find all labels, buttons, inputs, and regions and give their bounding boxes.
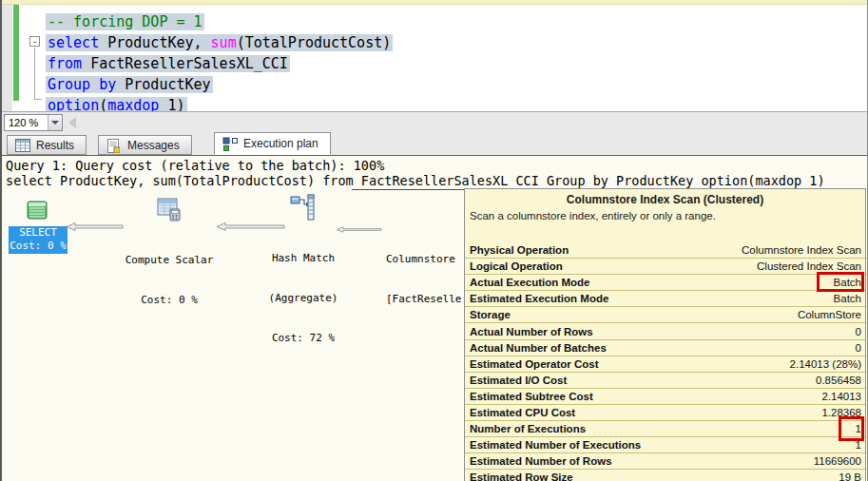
tooltip-row-value: ColumnStore	[798, 309, 861, 320]
tooltip-row-label: Estimated Operator Cost	[470, 358, 598, 370]
messages-icon	[106, 139, 122, 152]
tooltip-row-label: Actual Number of Batches	[470, 342, 607, 354]
tooltip-row-4: Estimated Execution ModeBatch	[465, 291, 865, 307]
code-line-2[interactable]: select ProductKey, sum(TotalProductCost)	[46, 33, 393, 54]
tooltip-row-value: 0.856458	[816, 375, 861, 386]
tab-execution-plan-label: Execution plan	[243, 137, 318, 150]
tooltip-row-8: Estimated Operator Cost2.14013 (28%)	[465, 356, 865, 373]
outline-guide-line	[34, 48, 42, 100]
tooltip-row-label: Estimated I/O Cost	[470, 375, 567, 386]
plan-node-hash-match-label: Hash Match	[246, 252, 360, 265]
tooltip-description: Scan a columnstore index, entirely or on…	[470, 210, 716, 221]
tab-messages[interactable]: Messages	[98, 135, 192, 155]
plan-node-hash-match-cost: Cost: 72 %	[246, 332, 360, 345]
zoom-level-value: 120 %	[9, 117, 38, 128]
execution-plan-icon	[222, 137, 238, 150]
code-token: select	[48, 34, 99, 51]
tooltip-row-value: 2.14013 (28%)	[790, 358, 861, 370]
tooltip-row-7: Actual Number of Batches0	[465, 340, 865, 356]
hash-match-icon	[290, 194, 317, 225]
tooltip-row-value: 19 B	[839, 471, 861, 481]
collapse-toggle-icon[interactable]: -	[29, 36, 40, 47]
tooltip-row-label: Estimated Subtree Cost	[470, 391, 593, 402]
plan-node-compute-scalar-cost: Cost: 0 %	[112, 294, 226, 307]
code-token: (TotalProductCost)	[237, 34, 392, 51]
operator-tooltip: Columnstore Index Scan (Clustered) Scan …	[464, 188, 866, 481]
code-token: ProductKey	[116, 76, 210, 93]
tab-execution-plan[interactable]: Execution plan	[214, 132, 331, 155]
select-result-icon	[27, 200, 48, 224]
tab-results-label: Results	[36, 139, 74, 152]
tooltip-row-6: Actual Number of Rows0	[465, 323, 865, 339]
combo-dropdown-button[interactable]	[48, 115, 62, 130]
results-tab-bar: Results Messages Execution plan	[2, 132, 868, 155]
red-annotation-box-executions	[839, 416, 864, 441]
tooltip-row-label: Estimated Number of Executions	[470, 439, 641, 451]
plan-node-hash-match[interactable]: Hash Match (Aggregate) Cost: 72 %	[246, 225, 360, 372]
tooltip-row-value: 0	[856, 342, 861, 354]
editor-gutter	[2, 5, 12, 111]
tooltip-title: Columnstore Index Scan (Clustered)	[465, 193, 865, 206]
tooltip-row-5: StorageColumnStore	[465, 307, 865, 323]
compute-scalar-icon	[157, 197, 182, 225]
code-token: -- forcing DOP = 1	[48, 13, 203, 30]
tooltip-row-value: 11669600	[814, 455, 861, 467]
tooltip-row-label: Storage	[470, 309, 511, 320]
query-cost-text: Query 1: Query cost (relative to the bat…	[6, 158, 384, 173]
tooltip-row-label: Estimated Row Size	[470, 471, 573, 481]
tooltip-row-9: Estimated I/O Cost0.856458	[465, 373, 865, 389]
tooltip-row-value: Clustered Index Scan	[757, 260, 861, 272]
code-token: FactResellerSalesXL_CCI	[82, 55, 288, 72]
query-statement-text: select ProductKey, sum(TotalProductCost)…	[6, 173, 825, 188]
plan-node-compute-scalar[interactable]: Compute Scalar Cost: 0 %	[112, 227, 226, 334]
tooltip-row-11: Estimated CPU Cost1.28368	[465, 405, 865, 421]
change-tracking-bar	[13, 5, 19, 101]
tooltip-row-label: Estimated Number of Rows	[470, 455, 612, 467]
tooltip-row-value: Batch	[834, 293, 861, 304]
tooltip-property-table: Physical OperationColumnstore Index Scan…	[465, 242, 865, 481]
execution-plan-pane: Query 1: Query cost (relative to the bat…	[2, 155, 868, 481]
tooltip-edge-line	[352, 189, 464, 190]
tooltip-row-1: Physical OperationColumnstore Index Scan	[465, 242, 865, 259]
code-token: sum	[211, 34, 237, 51]
plan-node-select-label: SELECT	[9, 226, 68, 240]
tooltip-row-label: Estimated CPU Cost	[470, 407, 575, 418]
plan-arrow-3[interactable]	[337, 220, 382, 237]
tooltip-row-value: Columnstore Index Scan	[742, 244, 861, 256]
tooltip-row-14: Estimated Number of Rows11669600	[465, 453, 865, 470]
tooltip-row-value: 2.14013	[821, 391, 861, 402]
code-line-3[interactable]: from FactResellerSalesXL_CCI	[46, 54, 290, 75]
tooltip-row-2: Logical OperationClustered Index Scan	[465, 259, 865, 275]
tooltip-row-12: Number of Executions1	[465, 421, 865, 437]
tooltip-row-10: Estimated Subtree Cost2.14013	[465, 389, 865, 405]
code-token: ProductKey,	[99, 34, 210, 51]
tooltip-row-label: Number of Executions	[470, 423, 586, 434]
code-token: from	[48, 55, 82, 72]
scroll-left-icon[interactable]	[68, 117, 76, 128]
tooltip-row-label: Logical Operation	[470, 260, 563, 272]
zoom-level-combo[interactable]: 120 %	[4, 114, 63, 131]
tab-messages-label: Messages	[127, 139, 180, 152]
plan-node-hash-match-sub: (Aggregate)	[246, 292, 360, 305]
results-grid-icon	[15, 139, 30, 152]
tooltip-row-3: Actual Execution ModeBatch	[465, 275, 865, 291]
plan-node-compute-scalar-label: Compute Scalar	[112, 254, 226, 267]
tooltip-row-label: Actual Number of Rows	[470, 326, 593, 337]
tooltip-row-label: Physical Operation	[470, 244, 569, 256]
plan-node-select[interactable]: SELECT Cost: 0 %	[9, 226, 68, 254]
code-line-1[interactable]: -- forcing DOP = 1	[46, 12, 204, 33]
tooltip-row-value: 0	[856, 326, 861, 337]
ssms-window: -- forcing DOP = 1select ProductKey, sum…	[0, 0, 868, 481]
sql-editor[interactable]: -- forcing DOP = 1select ProductKey, sum…	[2, 5, 868, 111]
tab-results[interactable]: Results	[7, 135, 87, 155]
tooltip-row-13: Estimated Number of Executions1	[465, 437, 865, 453]
code-token: Group by	[48, 76, 116, 93]
tooltip-row-15: Estimated Row Size19 B	[465, 470, 865, 481]
chevron-down-icon	[51, 121, 59, 125]
plan-node-select-cost: Cost: 0 %	[9, 240, 68, 253]
tooltip-row-label: Estimated Execution Mode	[470, 293, 608, 304]
code-line-4[interactable]: Group by ProductKey	[46, 75, 213, 96]
plan-toolbar: 120 %	[2, 111, 868, 132]
tooltip-row-label: Actual Execution Mode	[470, 277, 590, 288]
red-annotation-box-batch	[817, 272, 864, 292]
